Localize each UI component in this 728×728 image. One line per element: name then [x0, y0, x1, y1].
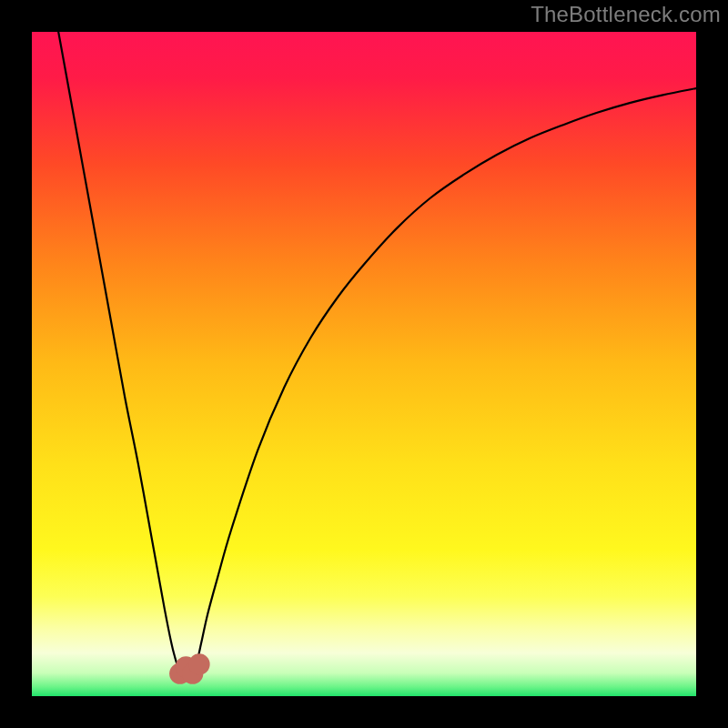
watermark-text: TheBottleneck.com: [531, 2, 721, 27]
bottleneck-chart: [32, 32, 696, 696]
gradient-background: [32, 32, 696, 696]
marker-dot: [188, 653, 209, 674]
chart-frame: TheBottleneck.com: [0, 0, 728, 728]
chart-plot-area: [32, 32, 696, 696]
